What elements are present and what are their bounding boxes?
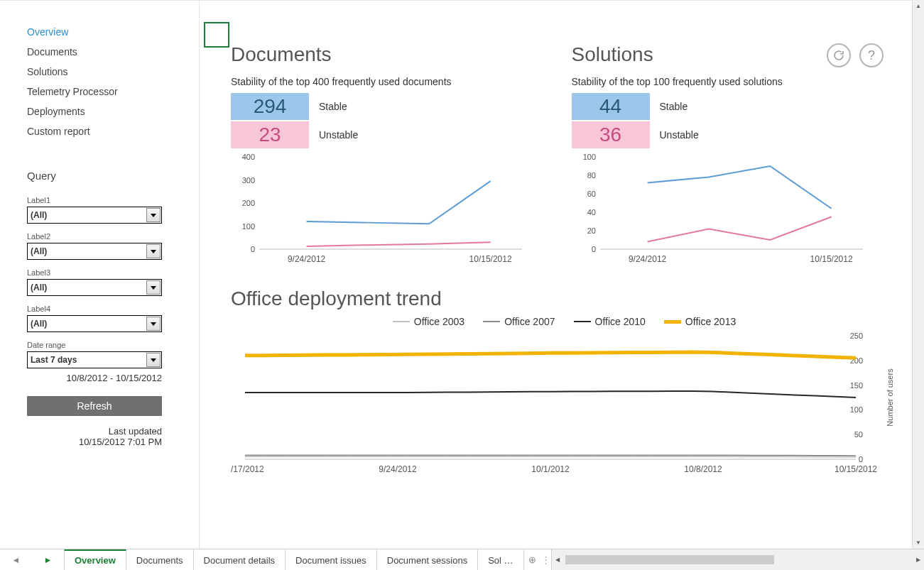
- label2-value: (All): [31, 246, 47, 256]
- scroll-up-arrow[interactable]: ▲: [913, 0, 924, 12]
- scroll-down-arrow[interactable]: ▼: [913, 537, 924, 549]
- scroll-left-arrow[interactable]: ◀: [552, 557, 564, 563]
- query-heading: Query: [27, 170, 199, 182]
- svg-text:100: 100: [582, 153, 595, 161]
- trend-title: Office deployment trend: [231, 287, 898, 310]
- svg-text:50: 50: [854, 430, 863, 439]
- svg-text:300: 300: [242, 176, 255, 185]
- date-range-value: Last 7 days: [31, 355, 77, 365]
- refresh-icon[interactable]: [827, 43, 851, 67]
- documents-stable-count: 294: [231, 93, 309, 120]
- svg-text:400: 400: [242, 153, 255, 161]
- solutions-unstable-label: Unstable: [660, 129, 699, 141]
- tab-overview[interactable]: Overview: [64, 549, 126, 570]
- chevron-down-icon[interactable]: [146, 244, 161, 258]
- legend-office-2013: Office 2013: [664, 316, 736, 327]
- label2-dropdown[interactable]: (All): [27, 243, 162, 260]
- nav-solutions[interactable]: Solutions: [27, 62, 199, 82]
- svg-text:9/24/2012: 9/24/2012: [379, 464, 417, 474]
- svg-text:10/8/2012: 10/8/2012: [684, 464, 722, 474]
- sheet-next-icon[interactable]: ►: [44, 555, 53, 565]
- svg-text:0: 0: [251, 245, 255, 253]
- svg-text:9/24/2012: 9/24/2012: [288, 254, 326, 264]
- horizontal-scrollbar[interactable]: ◀ ▶: [551, 549, 924, 570]
- sheet-prev-icon[interactable]: ◄: [12, 555, 21, 565]
- last-updated-label: Last updated: [27, 426, 162, 437]
- tab-solutions-truncated[interactable]: Sol …: [478, 549, 523, 570]
- svg-text:10/15/2012: 10/15/2012: [835, 464, 877, 474]
- label2-caption: Label2: [27, 232, 199, 241]
- tab-menu-icon[interactable]: ⋮: [541, 549, 551, 570]
- chevron-down-icon[interactable]: [146, 353, 161, 367]
- nav-overview[interactable]: Overview: [27, 22, 199, 42]
- label4-dropdown[interactable]: (All): [27, 315, 162, 332]
- label3-caption: Label3: [27, 268, 199, 277]
- documents-subtitle: Stability of the top 400 frequently used…: [231, 76, 536, 87]
- tab-documents[interactable]: Documents: [126, 549, 194, 570]
- documents-section: Documents Stability of the top 400 frequ…: [231, 43, 558, 270]
- nav-custom-report[interactable]: Custom report: [27, 121, 199, 141]
- svg-text:0: 0: [591, 245, 595, 253]
- documents-unstable-count: 23: [231, 121, 309, 148]
- chevron-down-icon[interactable]: [146, 317, 161, 331]
- svg-text:10/15/2012: 10/15/2012: [469, 254, 512, 264]
- nav-deployments[interactable]: Deployments: [27, 102, 199, 121]
- chevron-down-icon[interactable]: [146, 208, 161, 222]
- svg-text:10/15/2012: 10/15/2012: [810, 254, 852, 264]
- vertical-scrollbar[interactable]: ▲ ▼: [912, 0, 924, 549]
- documents-title: Documents: [231, 43, 536, 66]
- new-sheet-button[interactable]: ⊕: [524, 549, 541, 570]
- svg-text:9/17/2012: 9/17/2012: [231, 464, 264, 474]
- label4-caption: Label4: [27, 305, 199, 313]
- nav-telemetry-processor[interactable]: Telemetry Processor: [27, 82, 199, 102]
- label3-dropdown[interactable]: (All): [27, 279, 162, 296]
- solutions-subtitle: Stability of the top 100 frequently used…: [572, 76, 877, 87]
- nav-list: Overview Documents Solutions Telemetry P…: [27, 22, 199, 141]
- scroll-right-arrow[interactable]: ▶: [912, 557, 924, 563]
- date-range-dropdown[interactable]: Last 7 days: [27, 351, 162, 368]
- tab-document-issues[interactable]: Document issues: [286, 549, 377, 570]
- svg-text:80: 80: [587, 171, 595, 180]
- svg-text:9/24/2012: 9/24/2012: [628, 254, 666, 264]
- svg-text:60: 60: [587, 190, 595, 198]
- main-panel: Documents Stability of the top 400 frequ…: [200, 1, 912, 549]
- svg-text:10/1/2012: 10/1/2012: [531, 464, 570, 474]
- svg-text:250: 250: [850, 331, 863, 340]
- trend-chart: 050100150200250Number of users9/17/20129…: [231, 331, 898, 481]
- nav-documents[interactable]: Documents: [27, 42, 199, 62]
- date-range-caption: Date range: [27, 341, 199, 349]
- solutions-section: Solutions Stability of the top 100 frequ…: [572, 43, 898, 270]
- sidebar: Overview Documents Solutions Telemetry P…: [0, 1, 200, 549]
- sheet-tab-bar: ◄ ► Overview Documents Document details …: [0, 549, 924, 570]
- trend-legend: Office 2003 Office 2007 Office 2010 Offi…: [231, 316, 898, 327]
- svg-text:Number of users: Number of users: [886, 368, 894, 427]
- svg-text:200: 200: [242, 199, 255, 207]
- legend-office-2010: Office 2010: [574, 316, 646, 327]
- legend-office-2007: Office 2007: [483, 316, 555, 327]
- label1-dropdown[interactable]: (All): [27, 207, 162, 224]
- date-range-span: 10/8/2012 - 10/15/2012: [27, 373, 162, 383]
- tab-document-sessions[interactable]: Document sessions: [377, 549, 478, 570]
- chevron-down-icon[interactable]: [146, 280, 161, 295]
- svg-text:100: 100: [850, 405, 863, 414]
- label3-value: (All): [31, 283, 47, 292]
- solutions-stable-label: Stable: [660, 101, 688, 112]
- sheet-nav: ◄ ►: [0, 549, 64, 570]
- tab-document-details[interactable]: Document details: [194, 549, 286, 570]
- solutions-stable-count: 44: [572, 93, 650, 120]
- svg-text:40: 40: [587, 208, 595, 217]
- svg-text:100: 100: [242, 222, 255, 231]
- last-updated: Last updated 10/15/2012 7:01 PM: [27, 426, 162, 447]
- svg-text:20: 20: [587, 226, 595, 235]
- svg-text:0: 0: [859, 455, 863, 464]
- legend-office-2003: Office 2003: [393, 316, 464, 327]
- svg-text:150: 150: [850, 381, 863, 390]
- refresh-button[interactable]: Refresh: [27, 396, 162, 416]
- solutions-chart: 0204060801009/24/201210/15/2012: [572, 150, 870, 270]
- solutions-unstable-count: 36: [572, 121, 650, 148]
- label4-value: (All): [31, 319, 47, 329]
- label1-value: (All): [31, 210, 47, 220]
- help-icon[interactable]: ?: [859, 43, 884, 67]
- documents-chart: 01002003004009/24/201210/15/2012: [231, 150, 529, 270]
- active-cell-marker[interactable]: [204, 22, 229, 48]
